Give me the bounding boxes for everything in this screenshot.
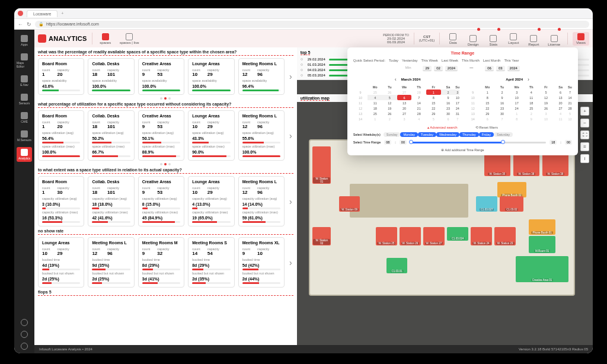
weekday-pill[interactable]: Saturday [494, 132, 513, 137]
weekday-pill[interactable]: Monday [400, 132, 418, 137]
weekday-pill[interactable]: Wednesday [436, 132, 459, 137]
top-report[interactable]: Report [525, 30, 542, 47]
top-layout[interactable]: Layout [505, 32, 522, 46]
nav-cafe[interactable]: CAfE [17, 110, 32, 125]
map-fullscreen[interactable]: ⛶ [580, 130, 589, 139]
room[interactable]: Phone Booth 01 [529, 219, 555, 235]
map-zoom-out[interactable]: − [580, 119, 589, 127]
room[interactable]: W. Station 25 [376, 227, 397, 245]
calendar-right[interactable]: April 2024› MoTuWeThFrSaSu91234567108910… [465, 75, 572, 122]
chip-today[interactable]: Today [389, 59, 398, 62]
calendar-left[interactable]: ‹March 2024 MoTuWeThFrSaSu92526272812310… [353, 75, 460, 122]
room[interactable]: Phone Booth 02 [497, 182, 526, 197]
user-icon[interactable] [21, 331, 28, 338]
space-card[interactable]: Lounge Areas count10 capacity29 booked t… [38, 237, 84, 288]
space-card[interactable]: Meeting Rooms XL count9 capacity10 booke… [238, 237, 285, 288]
space-card[interactable]: Meeting Rooms L count12 capacity96 booke… [88, 237, 134, 288]
room[interactable]: W. Station 26 [400, 227, 421, 245]
date-from-input[interactable]: 29022024 [423, 66, 458, 71]
map-layers[interactable]: ≡ [580, 142, 589, 151]
room[interactable]: C1.03.02 [500, 196, 523, 212]
browser-tab[interactable]: Locaware [27, 10, 57, 17]
space-card[interactable]: Board Room count1 capacity20 space avail… [38, 58, 84, 95]
back-icon[interactable]: ← [18, 21, 23, 27]
tab-spaces[interactable]: spaces [97, 32, 114, 46]
room[interactable] [350, 184, 468, 218]
room[interactable]: W. Station 09 [339, 196, 360, 212]
nav-enav[interactable]: E.Nav [17, 74, 32, 88]
weekday-pill[interactable]: Thursday [459, 132, 479, 137]
chip-lastmonth[interactable]: Last Month [483, 59, 501, 62]
weekday-pill[interactable]: Friday [479, 132, 494, 137]
nav-sensors[interactable]: Sensors [17, 92, 32, 107]
cal-next[interactable]: › [525, 76, 532, 82]
tab-spaces-live[interactable]: spaces | live [117, 32, 142, 46]
room[interactable]: W. Station 01 [312, 146, 331, 183]
space-card[interactable]: Collab. Desks count18 capacity101 space … [88, 110, 134, 161]
room[interactable]: W. Station 24 [471, 227, 492, 245]
weekday-pill[interactable]: Tuesday [418, 132, 436, 137]
room[interactable]: M.Room 01 [529, 236, 555, 253]
chip-thisweek[interactable]: This Week [421, 59, 438, 62]
chip-yesterday[interactable]: Yesterday [402, 59, 417, 62]
space-card[interactable]: Meeting Rooms L count12 capacity96 space… [238, 110, 285, 161]
new-tab-button[interactable]: + [61, 11, 63, 15]
space-card[interactable]: Collab. Desks count18 capacity101 capaci… [88, 176, 134, 226]
room[interactable]: W. Station 23 [494, 227, 516, 245]
scroll-right[interactable]: › [288, 131, 293, 141]
map-zoom-in[interactable]: + [580, 107, 589, 116]
space-card[interactable]: Lounge Areas count10 capacity29 space ut… [188, 110, 234, 161]
cal-prev[interactable]: ‹ [392, 76, 399, 82]
reload-icon[interactable]: ↻ [27, 21, 31, 27]
space-card[interactable]: Lounge Areas count10 capacity29 capacity… [188, 176, 234, 226]
room[interactable]: C1.03.01 [386, 258, 408, 273]
room[interactable]: Creative Area 01 [516, 256, 568, 282]
weekday-pill[interactable]: Sunday [384, 132, 401, 137]
page-title: ANALYTICS [49, 35, 87, 42]
space-card[interactable]: Lounge Areas count10 capacity29 space av… [188, 58, 234, 95]
advanced-search[interactable]: ▴ Advanced search [427, 125, 458, 129]
nav-maps-editor[interactable]: Maps Editor [17, 52, 32, 70]
space-card[interactable]: Meeting Rooms M count9 capacity32 booked… [138, 237, 184, 288]
floorplan[interactable]: W. Station 01W. Station 35W. Station 38W… [309, 139, 575, 296]
scroll-right[interactable]: › [288, 197, 293, 206]
space-card[interactable]: Meeting Rooms S count14 capacity54 booke… [188, 237, 234, 288]
room[interactable]: W. Station 27 [423, 227, 445, 245]
date-to-input[interactable]: 06032024 [485, 66, 520, 71]
chip-lastweek[interactable]: Last Week [442, 59, 458, 62]
address-bar[interactable]: 🔒 https://locaware.infosoft.com [35, 21, 589, 28]
space-card[interactable]: Creative Areas count9 capacity53 space u… [138, 110, 184, 161]
chip-thismonth[interactable]: This Month [462, 59, 480, 62]
room[interactable]: W. Station 02 [312, 227, 331, 245]
nav-apps[interactable]: Apps [17, 33, 32, 48]
top-stats[interactable]: Stats [485, 30, 501, 47]
map-info[interactable]: i [580, 154, 589, 163]
add-time-range[interactable]: ⊕ Add additional Time Range [353, 148, 572, 152]
space-card[interactable]: Creative Areas count9 capacity53 space a… [138, 58, 184, 95]
logout-icon[interactable] [21, 343, 28, 350]
space-card[interactable]: Meeting Rooms L count12 capacity96 capac… [238, 176, 285, 226]
lock-icon: 🔒 [39, 22, 44, 27]
reset-filters[interactable]: ⟲ Reset filters [475, 125, 498, 129]
space-card[interactable]: Board Room count1 capacity20 space utili… [38, 110, 84, 161]
top-license[interactable]: License [545, 30, 563, 47]
space-card[interactable]: Board Room count1 capacity30 capacity ut… [38, 176, 84, 226]
chip-thisyear[interactable]: This Year [504, 59, 519, 62]
space-card[interactable]: Collab. Desks count18 capacity101 space … [88, 58, 134, 95]
period-display[interactable]: Period from to 29.02.202406.03.2024 [383, 33, 408, 44]
space-card[interactable]: Creative Areas count9 capacity53 capacit… [138, 176, 184, 226]
time-slider[interactable] [410, 142, 546, 143]
top-views[interactable]: Views [573, 32, 589, 46]
space-card[interactable]: Meeting Rooms L count12 capacity96 space… [238, 58, 285, 95]
scroll-right[interactable]: › [288, 258, 293, 267]
help-icon[interactable] [21, 319, 28, 326]
room[interactable]: C1.03.024 [447, 227, 468, 241]
nav-msensors[interactable]: M.Sensors [17, 129, 32, 143]
side-nav: Apps Maps Editor E.Nav Sensors CAfE M.Se… [14, 30, 34, 353]
scroll-right[interactable]: › [288, 72, 293, 81]
timezone[interactable]: CST (UTC+01) [419, 35, 435, 42]
top-design[interactable]: Design [465, 30, 481, 47]
top-data[interactable]: Data [445, 32, 461, 46]
room[interactable]: C1.03.027 [476, 196, 497, 212]
nav-analytics[interactable]: Analytics [17, 147, 32, 162]
